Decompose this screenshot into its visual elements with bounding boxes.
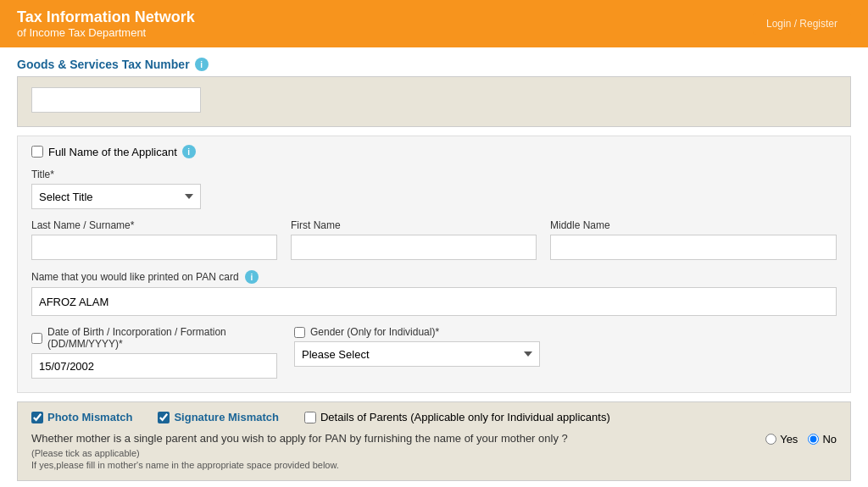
- yes-radio[interactable]: [765, 434, 776, 445]
- signature-mismatch-checkbox[interactable]: [158, 412, 170, 423]
- lastname-input[interactable]: [31, 235, 277, 260]
- gst-section-label: Goods & Services Tax Number i: [17, 58, 851, 71]
- header-title-line2: of Income Tax Department: [17, 26, 195, 39]
- gender-select[interactable]: Please Select Male Female Transgender: [294, 341, 540, 367]
- bottom-section: Photo Mismatch Signature Mismatch Detail…: [17, 401, 851, 481]
- firstname-label: First Name: [291, 219, 537, 231]
- signature-mismatch-label: Signature Mismatch: [174, 411, 279, 423]
- gender-label-text: Gender (Only for Individual)*: [310, 326, 439, 338]
- pan-name-input[interactable]: [31, 287, 837, 316]
- middlename-label: Middle Name: [550, 219, 837, 231]
- dob-gender-row: Date of Birth / Incorporation / Formatio…: [31, 326, 837, 379]
- details-parents-label: Details of Parents (Applicable only for …: [320, 411, 610, 423]
- yes-option[interactable]: Yes: [765, 433, 798, 445]
- gender-label-row: Gender (Only for Individual)*: [294, 326, 540, 338]
- dob-label-row: Date of Birth / Incorporation / Formatio…: [31, 326, 277, 350]
- dob-checkbox[interactable]: [31, 333, 42, 344]
- fullname-label-text: Full Name of the Applicant: [48, 146, 177, 158]
- lastname-field: Last Name / Surname*: [31, 219, 277, 260]
- if-yes-text: If yes,please fill in mother's name in t…: [31, 460, 837, 470]
- mismatch-row: Photo Mismatch Signature Mismatch Detail…: [31, 411, 837, 423]
- dob-input[interactable]: [31, 353, 277, 379]
- dob-field: Date of Birth / Incorporation / Formatio…: [31, 326, 277, 379]
- single-parent-question: Whether mother is a single parent and yo…: [31, 432, 837, 445]
- details-parents-item[interactable]: Details of Parents (Applicable only for …: [304, 411, 610, 423]
- fullname-checkbox-label[interactable]: Full Name of the Applicant: [31, 146, 177, 158]
- pan-name-info-icon[interactable]: i: [245, 270, 259, 284]
- title-select[interactable]: Select Title Shri Smt Kumari M/s: [31, 184, 201, 209]
- title-field-group: Title* Select Title Shri Smt Kumari M/s: [31, 169, 837, 209]
- fullname-info-icon[interactable]: i: [182, 145, 196, 158]
- yes-no-row: Yes No: [765, 433, 837, 445]
- fullname-header: Full Name of the Applicant i: [31, 145, 837, 158]
- photo-mismatch-label: Photo Mismatch: [47, 411, 132, 423]
- pan-name-label: Name that you would like printed on PAN …: [31, 270, 837, 284]
- fullname-checkbox[interactable]: [31, 146, 43, 158]
- middlename-field: Middle Name: [550, 219, 837, 260]
- gst-info-icon[interactable]: i: [195, 58, 209, 71]
- pan-name-label-text: Name that you would like printed on PAN …: [31, 271, 239, 283]
- photo-mismatch-item[interactable]: Photo Mismatch: [31, 411, 132, 423]
- gst-section: [17, 76, 851, 127]
- header: Tax Information Network of Income Tax De…: [0, 0, 868, 47]
- fullname-section: Full Name of the Applicant i Title* Sele…: [17, 136, 851, 393]
- firstname-field: First Name: [291, 219, 537, 260]
- details-parents-checkbox[interactable]: [304, 412, 316, 423]
- no-option[interactable]: No: [808, 433, 837, 445]
- gst-input[interactable]: [31, 87, 201, 113]
- middlename-input[interactable]: [550, 235, 837, 260]
- signature-mismatch-item[interactable]: Signature Mismatch: [158, 411, 279, 423]
- gender-checkbox[interactable]: [294, 327, 305, 338]
- logo: Tax Information Network of Income Tax De…: [17, 8, 195, 39]
- no-radio[interactable]: [808, 434, 819, 445]
- yes-label: Yes: [780, 433, 798, 445]
- header-title-line1: Tax Information Network: [17, 8, 195, 26]
- single-parent-container: Whether mother is a single parent and yo…: [31, 432, 837, 470]
- photo-mismatch-checkbox[interactable]: [31, 412, 43, 423]
- gender-field: Gender (Only for Individual)* Please Sel…: [294, 326, 540, 367]
- pan-name-field-group: Name that you would like printed on PAN …: [31, 270, 837, 316]
- lastname-label: Last Name / Surname*: [31, 219, 277, 231]
- dob-label-text: Date of Birth / Incorporation / Formatio…: [47, 326, 277, 350]
- no-label: No: [822, 433, 837, 445]
- header-login-text: Login / Register: [766, 18, 837, 30]
- name-row: Last Name / Surname* First Name Middle N…: [31, 219, 837, 260]
- please-tick-text: (Please tick as applicable): [31, 448, 837, 458]
- title-label: Title*: [31, 169, 837, 180]
- main-content: Goods & Services Tax Number i Full Name …: [0, 47, 868, 487]
- firstname-input[interactable]: [291, 235, 537, 260]
- header-right-info: Login / Register: [753, 13, 851, 35]
- gst-label-text: Goods & Services Tax Number: [17, 58, 190, 71]
